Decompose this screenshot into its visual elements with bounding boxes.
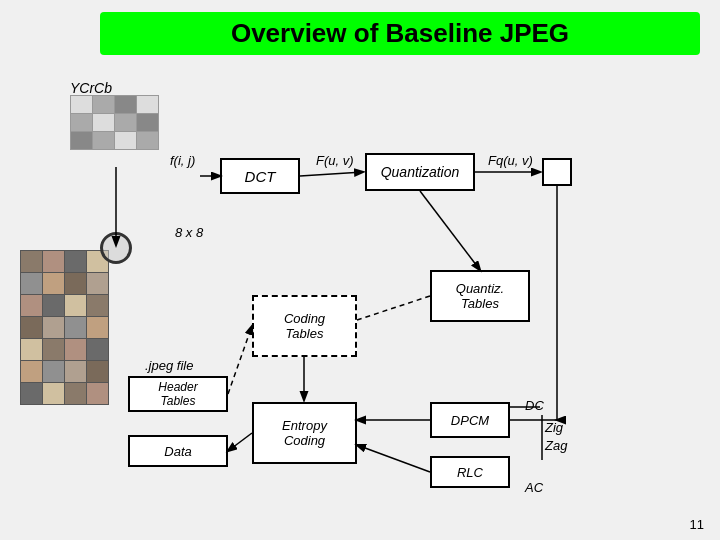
fij-label: f(i, j) [170, 153, 195, 168]
data-box: Data [128, 435, 228, 467]
svg-line-11 [228, 433, 252, 451]
size-label: 8 x 8 [175, 225, 203, 240]
page-number: 11 [690, 517, 704, 532]
svg-line-8 [228, 326, 252, 394]
quantization-box: Quantization [365, 153, 475, 191]
dct-box: DCT [220, 158, 300, 194]
header-tables-box: Header Tables [128, 376, 228, 412]
zag-label: Zag [545, 438, 567, 453]
svg-line-6 [357, 296, 430, 320]
quantiz-tables-box: Quantiz. Tables [430, 270, 530, 322]
fquv-label: Fq(u, v) [488, 153, 533, 168]
entropy-coding-box: Entropy Coding [252, 402, 357, 464]
zig-label: Zig [545, 420, 563, 435]
ycrcb-label: YCrCb [70, 80, 112, 96]
dc-label: DC [525, 398, 544, 413]
jpeg-file-label: .jpeg file [145, 358, 193, 373]
title-bar: Overview of Baseline JPEG [100, 12, 700, 55]
svg-line-5 [420, 191, 480, 270]
dpcm-box: DPCM [430, 402, 510, 438]
fquv-small-box [542, 158, 572, 186]
ac-label: AC [525, 480, 543, 495]
page: Overview of Baseline JPEG YCrCb f(i, j) … [0, 0, 720, 540]
rlc-box: RLC [430, 456, 510, 488]
svg-line-10 [357, 445, 430, 472]
magnify-circle [100, 232, 132, 264]
fuv-label: F(u, v) [316, 153, 354, 168]
top-grid [70, 95, 160, 167]
photo-grid [20, 250, 120, 425]
svg-line-1 [300, 172, 363, 176]
title-text: Overview of Baseline JPEG [231, 18, 569, 48]
coding-tables-box: Coding Tables [252, 295, 357, 357]
